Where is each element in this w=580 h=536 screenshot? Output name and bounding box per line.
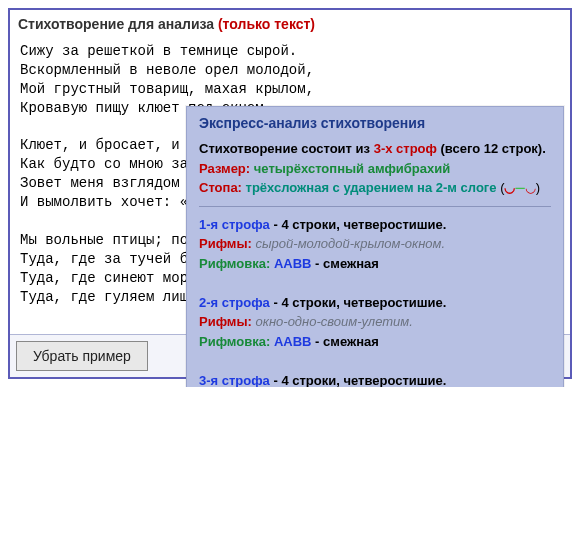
analysis-body: Стихотворение состоит из 3-х строф (всег… (187, 135, 563, 387)
header-note: (только текст) (218, 16, 315, 32)
summary-suffix: (всего 12 строк). (437, 141, 546, 156)
summary-prefix: Стихотворение состоит из (199, 141, 374, 156)
scheme-code: ААВВ (274, 256, 312, 271)
stanza-num: 2-я строфа (199, 295, 270, 310)
scheme-code: ААВВ (274, 334, 312, 349)
scheme-name: - смежная (312, 334, 379, 349)
header: Стихотворение для анализа (только текст) (10, 10, 570, 34)
stanza-block: 2-я строфа - 4 строки, четверостишие. Ри… (199, 293, 551, 352)
scheme-label: Рифмовка: (199, 256, 270, 271)
scheme-label: Рифмовка: (199, 334, 270, 349)
stanza-block: 1-я строфа - 4 строки, четверостишие. Ри… (199, 215, 551, 274)
clear-example-button[interactable]: Убрать пример (16, 341, 148, 371)
stanza-lines: - 4 строки, четверостишие. (270, 295, 447, 310)
stanza-lines: - 4 строки, четверостишие. (270, 373, 447, 388)
scheme-name: - смежная (312, 256, 379, 271)
header-title: Стихотворение для анализа (18, 16, 214, 32)
stanza-block: 3-я строфа - 4 строки, четверостишие. Ри… (199, 371, 551, 388)
stanza-num: 1-я строфа (199, 217, 270, 232)
foot-value: трёхсложная с ударением на 2-м слоге (246, 180, 497, 195)
analysis-summary: Стихотворение состоит из 3-х строф (всег… (199, 139, 551, 159)
app-window: Стихотворение для анализа (только текст)… (8, 8, 572, 379)
rhymes-value: окно-одно-своим-улетим. (256, 314, 413, 329)
analysis-size: Размер: четырёхстопный амфибрахий (199, 159, 551, 179)
analysis-title: Экспресс-анализ стихотворения (187, 107, 563, 135)
stanza-num: 3-я строфа (199, 373, 270, 388)
rhymes-label: Рифмы: (199, 236, 252, 251)
rhymes-label: Рифмы: (199, 314, 252, 329)
size-label: Размер: (199, 161, 250, 176)
stanza-lines: - 4 строки, четверостишие. (270, 217, 447, 232)
summary-strof: 3-х строф (374, 141, 437, 156)
rhymes-value: сырой-молодой-крылом-окном. (256, 236, 446, 251)
size-value: четырёхстопный амфибрахий (254, 161, 450, 176)
syllable-pattern: (◡─◡) (500, 180, 540, 195)
foot-label: Стопа: (199, 180, 242, 195)
analysis-popup: Экспресс-анализ стихотворения Стихотворе… (186, 106, 564, 387)
analysis-foot: Стопа: трёхсложная с ударением на 2-м сл… (199, 178, 551, 198)
divider (199, 206, 551, 207)
